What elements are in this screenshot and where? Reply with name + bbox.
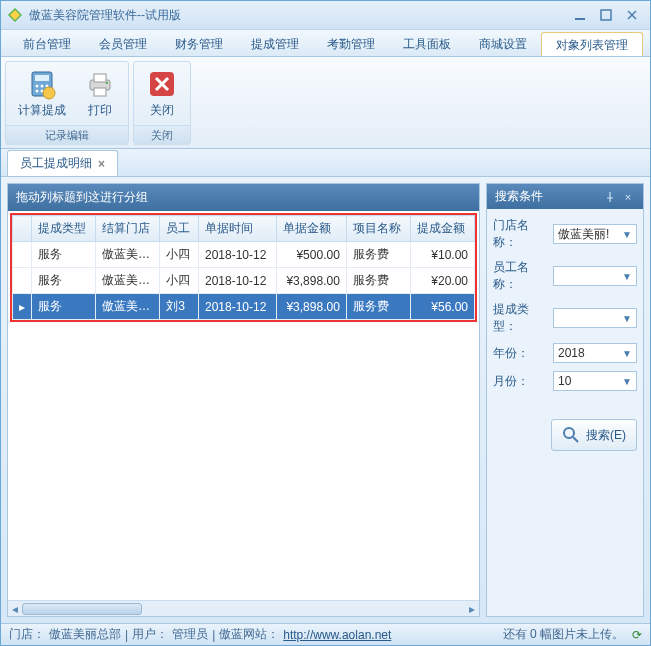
column-header[interactable]: 提成类型: [32, 216, 96, 242]
group-by-hint[interactable]: 拖动列标题到这进行分组: [8, 184, 479, 211]
chevron-down-icon: ▼: [622, 376, 632, 387]
status-site-link[interactable]: http://www.aolan.net: [283, 628, 391, 642]
column-header[interactable]: 单据金额: [277, 216, 347, 242]
status-store: 傲蓝美丽总部: [49, 626, 121, 643]
employee-combo[interactable]: ▼: [553, 266, 637, 286]
employee-label: 员工名称：: [493, 259, 549, 293]
ribbon-group-label: 记录编辑: [6, 125, 128, 145]
minimize-button[interactable]: [568, 6, 592, 24]
table-row[interactable]: ▸服务傲蓝美…刘32018-10-12¥3,898.00服务费¥56.00: [13, 294, 475, 320]
scroll-thumb[interactable]: [22, 603, 142, 615]
ribbon-button-label: 计算提成: [18, 102, 66, 119]
calc-icon: [26, 68, 58, 100]
menu-item-0[interactable]: 前台管理: [9, 30, 85, 56]
svg-rect-17: [94, 88, 106, 96]
svg-line-23: [573, 437, 578, 442]
menu-item-7[interactable]: 对象列表管理: [541, 32, 643, 56]
search-panel: 搜索条件 × 门店名称：傲蓝美丽!▼ 员工名称：▼ 提成类型：▼ 年份：2018…: [486, 183, 644, 617]
search-button-label: 搜索(E): [586, 427, 626, 444]
search-panel-header: 搜索条件 ×: [487, 184, 643, 209]
svg-point-8: [36, 85, 39, 88]
ribbon-button-label: 打印: [88, 102, 112, 119]
close-window-button[interactable]: [620, 6, 644, 24]
store-combo[interactable]: 傲蓝美丽!▼: [553, 224, 637, 244]
type-label: 提成类型：: [493, 301, 549, 335]
svg-rect-2: [575, 18, 585, 20]
svg-point-9: [41, 85, 44, 88]
statusbar: 门店： 傲蓝美丽总部 | 用户： 管理员 | 傲蓝网站： http://www.…: [1, 623, 650, 645]
chevron-down-icon: ▼: [622, 313, 632, 324]
ribbon-close-button[interactable]: 关闭: [142, 66, 182, 121]
grid-panel: 拖动列标题到这进行分组 提成类型结算门店员工单据时间单据金额项目名称提成金额 服…: [7, 183, 480, 617]
app-logo-icon: [7, 7, 23, 23]
column-header[interactable]: 单据时间: [198, 216, 276, 242]
chevron-down-icon: ▼: [622, 271, 632, 282]
menu-item-5[interactable]: 工具面板: [389, 30, 465, 56]
column-header[interactable]: 项目名称: [346, 216, 410, 242]
status-site-label: 傲蓝网站：: [219, 626, 279, 643]
status-refresh-icon[interactable]: ⟳: [632, 628, 642, 642]
commission-grid[interactable]: 提成类型结算门店员工单据时间单据金额项目名称提成金额 服务傲蓝美…小四2018-…: [12, 215, 475, 320]
chevron-down-icon: ▼: [622, 348, 632, 359]
menu-item-2[interactable]: 财务管理: [161, 30, 237, 56]
svg-point-18: [106, 82, 108, 84]
ribbon: 计算提成打印记录编辑关闭关闭: [1, 57, 650, 149]
status-user-label: 用户：: [132, 626, 168, 643]
svg-rect-7: [35, 75, 49, 81]
table-row[interactable]: 服务傲蓝美…小四2018-10-12¥500.00服务费¥10.00: [13, 242, 475, 268]
month-combo[interactable]: 10▼: [553, 371, 637, 391]
titlebar: 傲蓝美容院管理软件--试用版: [1, 1, 650, 29]
column-header[interactable]: 结算门店: [96, 216, 160, 242]
magnifier-icon: [562, 426, 580, 444]
pin-icon[interactable]: [603, 190, 617, 204]
column-header[interactable]: 员工: [160, 216, 199, 242]
year-label: 年份：: [493, 345, 549, 362]
menu-item-1[interactable]: 会员管理: [85, 30, 161, 56]
search-button[interactable]: 搜索(E): [551, 419, 637, 451]
svg-rect-16: [94, 74, 106, 82]
chevron-down-icon: ▼: [622, 229, 632, 240]
menubar: 前台管理会员管理财务管理提成管理考勤管理工具面板商城设置对象列表管理: [1, 29, 650, 57]
status-store-label: 门店：: [9, 626, 45, 643]
menu-item-6[interactable]: 商城设置: [465, 30, 541, 56]
ribbon-group-label: 关闭: [134, 125, 190, 145]
document-tabbar: 员工提成明细 ×: [1, 149, 650, 177]
year-combo[interactable]: 2018▼: [553, 343, 637, 363]
scroll-right-arrow-icon[interactable]: ▸: [465, 601, 479, 617]
column-header[interactable]: 提成金额: [410, 216, 474, 242]
search-panel-title: 搜索条件: [495, 188, 599, 205]
ribbon-print-button[interactable]: 打印: [80, 66, 120, 121]
ribbon-calc-button[interactable]: 计算提成: [14, 66, 70, 121]
document-tab-label: 员工提成明细: [20, 155, 92, 172]
tab-close-icon[interactable]: ×: [98, 157, 105, 171]
grid-horizontal-scrollbar[interactable]: ◂ ▸: [8, 600, 479, 616]
maximize-button[interactable]: [594, 6, 618, 24]
document-tab[interactable]: 员工提成明细 ×: [7, 150, 118, 176]
svg-point-22: [564, 428, 574, 438]
status-user: 管理员: [172, 626, 208, 643]
svg-point-11: [36, 90, 39, 93]
type-combo[interactable]: ▼: [553, 308, 637, 328]
scroll-left-arrow-icon[interactable]: ◂: [8, 601, 22, 617]
menu-item-4[interactable]: 考勤管理: [313, 30, 389, 56]
collapse-icon[interactable]: ×: [621, 190, 635, 204]
menu-item-3[interactable]: 提成管理: [237, 30, 313, 56]
svg-rect-3: [601, 10, 611, 20]
store-label: 门店名称：: [493, 217, 549, 251]
close-icon: [146, 68, 178, 100]
table-row[interactable]: 服务傲蓝美…小四2018-10-12¥3,898.00服务费¥20.00: [13, 268, 475, 294]
month-label: 月份：: [493, 373, 549, 390]
ribbon-button-label: 关闭: [150, 102, 174, 119]
svg-point-14: [43, 87, 55, 99]
window-title: 傲蓝美容院管理软件--试用版: [29, 7, 568, 24]
status-right: 还有 0 幅图片未上传。: [503, 626, 624, 643]
print-icon: [84, 68, 116, 100]
